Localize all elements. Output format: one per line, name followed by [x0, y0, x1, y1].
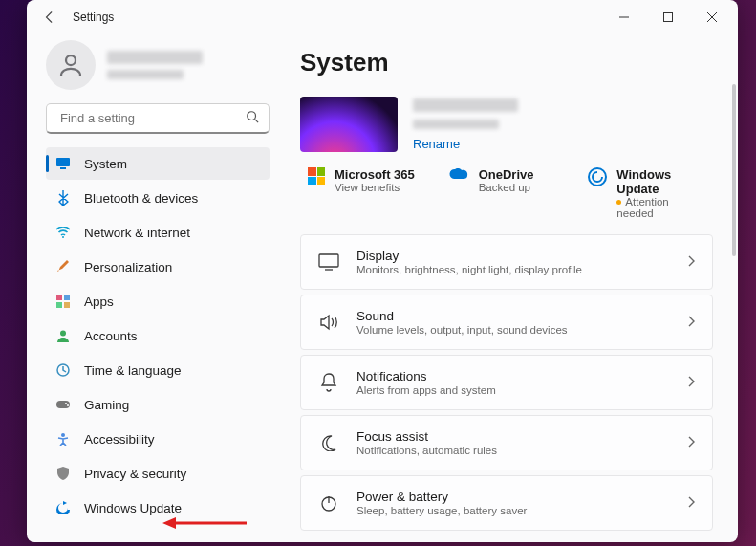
scrollthumb[interactable]	[732, 84, 736, 256]
quick-microsoft365[interactable]: Microsoft 365 View benefits	[308, 167, 425, 219]
quick-sub: Attention needed	[616, 196, 705, 219]
display-icon	[318, 251, 339, 273]
nav-label: Time & language	[84, 363, 182, 378]
settings-list: Display Monitors, brightness, night ligh…	[300, 234, 713, 540]
apps-icon	[55, 294, 71, 309]
nav-privacy[interactable]: Privacy & security	[46, 457, 270, 490]
nav-accounts[interactable]: Accounts	[46, 319, 270, 352]
card-title: Focus assist	[356, 429, 670, 444]
brush-icon	[55, 259, 71, 274]
profile-name-redacted	[107, 51, 203, 64]
nav-personalization[interactable]: Personalization	[46, 251, 270, 283]
sidebar: System Bluetooth & devices Network & int…	[27, 34, 285, 542]
nav-label: Accounts	[84, 329, 138, 343]
scrollbar[interactable]	[732, 84, 736, 533]
search-input[interactable]	[58, 110, 236, 126]
quick-title: OneDrive	[479, 167, 534, 182]
card-focus-assist[interactable]: Focus assist Notifications, automatic ru…	[300, 415, 713, 470]
page-title: System	[300, 48, 713, 77]
main-panel: System Rename Microsoft 365 View benefit…	[285, 34, 738, 542]
nav-list: System Bluetooth & devices Network & int…	[46, 147, 270, 524]
svg-point-15	[65, 403, 67, 404]
nav-label: Personalization	[84, 260, 172, 274]
maximize-button[interactable]	[646, 0, 690, 34]
card-sub: Monitors, brightness, night light, displ…	[356, 264, 670, 275]
minimize-button[interactable]	[602, 0, 646, 34]
accessibility-icon	[55, 431, 71, 447]
svg-line-4	[255, 119, 259, 122]
power-icon	[318, 492, 339, 513]
close-button[interactable]	[690, 0, 734, 34]
nav-label: Windows Update	[84, 501, 182, 515]
card-display[interactable]: Display Monitors, brightness, night ligh…	[300, 234, 713, 290]
svg-rect-14	[56, 401, 70, 408]
nav-label: Bluetooth & devices	[84, 191, 198, 206]
shield-icon	[55, 466, 71, 481]
windows-update-icon	[588, 167, 607, 190]
moon-icon	[318, 432, 339, 453]
quick-links-row: Microsoft 365 View benefits OneDrive Bac…	[300, 167, 713, 219]
card-sound[interactable]: Sound Volume levels, output, input, soun…	[300, 295, 713, 350]
nav-label: Apps	[84, 295, 114, 309]
titlebar-title: Settings	[73, 11, 114, 24]
svg-point-17	[61, 433, 65, 437]
device-wallpaper-thumbnail[interactable]	[300, 97, 398, 152]
microsoft-365-icon	[308, 167, 325, 185]
svg-point-7	[62, 236, 64, 238]
wifi-icon	[55, 225, 71, 240]
gaming-icon	[55, 397, 71, 412]
card-notifications[interactable]: Notifications Alerts from apps and syste…	[300, 355, 713, 410]
nav-time-language[interactable]: Time & language	[46, 354, 270, 386]
svg-rect-1	[664, 13, 673, 22]
card-sub: Notifications, automatic rules	[356, 445, 670, 456]
accounts-icon	[55, 328, 71, 343]
card-sub: Volume levels, output, input, sound devi…	[356, 324, 670, 336]
card-title: Sound	[356, 309, 670, 323]
nav-apps[interactable]: Apps	[46, 285, 270, 317]
quick-sub: Backed up	[479, 182, 534, 193]
device-name-redacted	[413, 98, 518, 112]
quick-title: Microsoft 365	[335, 167, 415, 182]
svg-point-2	[66, 55, 76, 65]
nav-network[interactable]: Network & internet	[46, 216, 270, 249]
nav-label: Gaming	[84, 398, 129, 412]
nav-bluetooth[interactable]: Bluetooth & devices	[46, 182, 270, 214]
search-icon	[246, 110, 259, 127]
update-icon	[55, 500, 71, 515]
system-icon	[55, 156, 71, 171]
svg-rect-6	[60, 167, 66, 169]
nav-windows-update[interactable]: Windows Update	[46, 491, 270, 524]
svg-rect-11	[64, 302, 70, 308]
chevron-right-icon	[687, 314, 695, 331]
chevron-right-icon	[687, 434, 695, 451]
rename-link[interactable]: Rename	[413, 137, 518, 151]
chevron-right-icon	[687, 494, 695, 512]
svg-point-3	[248, 111, 256, 120]
nav-accessibility[interactable]: Accessibility	[46, 423, 270, 455]
quick-sub: View benefits	[335, 182, 415, 193]
search-box[interactable]	[46, 103, 270, 134]
nav-label: Network & internet	[84, 226, 190, 240]
device-block: Rename	[300, 97, 713, 152]
device-model-redacted	[413, 120, 499, 129]
nav-system[interactable]: System	[46, 147, 270, 180]
titlebar: Settings	[27, 0, 738, 34]
quick-onedrive[interactable]: OneDrive Backed up	[448, 167, 566, 219]
card-power-battery[interactable]: Power & battery Sleep, battery usage, ba…	[300, 475, 713, 531]
chevron-right-icon	[687, 374, 695, 391]
card-sub: Alerts from apps and system	[356, 384, 670, 396]
card-title: Power & battery	[356, 490, 670, 504]
card-title: Notifications	[356, 369, 670, 383]
avatar	[46, 40, 96, 90]
profile-block[interactable]	[46, 40, 270, 90]
svg-rect-10	[56, 302, 62, 308]
svg-point-12	[60, 331, 66, 337]
svg-point-18	[589, 168, 606, 186]
nav-gaming[interactable]: Gaming	[46, 388, 270, 421]
svg-rect-8	[56, 295, 62, 300]
bluetooth-icon	[55, 190, 71, 206]
bell-icon	[318, 372, 339, 393]
settings-window: Settings	[27, 0, 738, 542]
back-button[interactable]	[31, 0, 69, 34]
quick-windows-update[interactable]: Windows Update Attention needed	[588, 167, 705, 219]
